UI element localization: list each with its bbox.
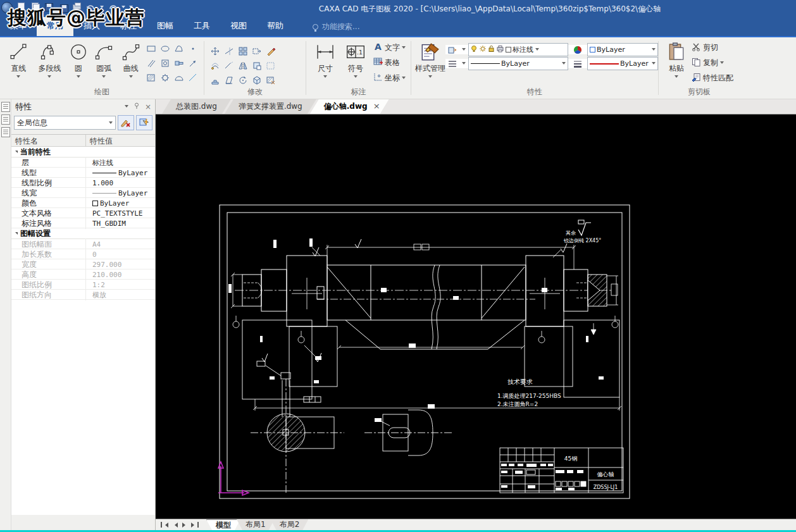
region-edit-icon[interactable] — [264, 73, 278, 87]
lineweight-dropdown[interactable]: ByLayer — [587, 57, 658, 70]
table-tool-button[interactable]: 表格 — [373, 55, 406, 70]
menu-tab-view[interactable]: 视图 — [220, 17, 257, 36]
stamp-icon[interactable] — [208, 73, 222, 87]
point-icon[interactable] — [186, 41, 200, 56]
panel-close-icon[interactable]: × — [145, 102, 151, 111]
color-wheel-icon[interactable] — [571, 42, 585, 57]
doc-tab-spring-support[interactable]: 弹簧支撑装置.dwg — [225, 99, 316, 114]
style-manager-button[interactable]: 样式管理 — [415, 40, 445, 80]
table-icon — [373, 57, 383, 69]
group-sheet-settings[interactable]: 图幅设置 — [11, 228, 155, 239]
mirror-icon[interactable] — [236, 58, 250, 73]
gear-icon[interactable] — [158, 70, 172, 85]
properties-tab-icon[interactable] — [1, 102, 10, 112]
construction-line-icon[interactable] — [186, 70, 200, 85]
drawing-canvas[interactable]: 其余 锐边倒钝 2X45° — [156, 114, 796, 519]
tab-layout1[interactable]: 布局1 — [237, 519, 275, 530]
scope-dropdown-caret — [109, 121, 113, 126]
circle-tool-button[interactable]: 圆 — [66, 40, 90, 80]
ucs-axes-icon — [218, 462, 249, 495]
color-box-swatch — [92, 201, 98, 206]
group-current-properties[interactable]: 当前特性 — [11, 147, 155, 158]
layout-tabbar: 模型 布局1 布局2 — [156, 519, 796, 530]
menu-tab-sheet[interactable]: 图幅 — [147, 17, 183, 36]
shear-icon[interactable] — [222, 73, 236, 87]
panel-pin-icon[interactable] — [134, 102, 140, 111]
tab-model[interactable]: 模型 — [206, 519, 240, 530]
move-icon[interactable] — [208, 44, 222, 58]
technical-requirements: 技术要求 1.调质处理217-255HBS 2.未注圆角R=2 — [497, 378, 561, 407]
trim-icon[interactable] — [222, 44, 236, 58]
color-dropdown[interactable]: ByLayer — [587, 43, 658, 56]
ribbon-section-modify: 修改 — [204, 37, 306, 99]
polyline-tool-button[interactable]: 多段线 — [33, 40, 66, 80]
copy-icon — [692, 57, 701, 69]
arrow-icon[interactable] — [186, 56, 200, 70]
last-tab-icon[interactable] — [190, 521, 200, 529]
search-placeholder: 功能搜索... — [322, 22, 359, 32]
layer-dropdown-caret — [535, 48, 539, 53]
symbol-tool-button[interactable]: .1 符号 — [340, 40, 371, 80]
bolt-icon[interactable] — [172, 56, 186, 70]
tab-layout2[interactable]: 布局2 — [271, 519, 309, 530]
layer-tab-icon[interactable] — [1, 127, 10, 137]
linetype-line-swatch — [92, 173, 116, 173]
scope-dropdown[interactable]: 全局信息 — [14, 116, 116, 130]
ribbon-section-properties: 样式管理 标注线 — [411, 37, 658, 99]
parallel-line-icon[interactable] — [144, 56, 158, 70]
tech-req-title: 技术要求 — [507, 378, 533, 385]
layer-freeze-icon — [479, 45, 487, 54]
dimension-tool-button[interactable]: 尺寸 — [310, 40, 340, 80]
layer-lock-icon — [488, 45, 495, 54]
line-tool-button[interactable]: 直线 — [4, 40, 33, 80]
stretch-icon[interactable] — [250, 44, 264, 58]
menu-tab-help[interactable]: 帮助 — [257, 17, 294, 36]
solid-box-icon[interactable] — [250, 73, 264, 87]
ellipse-icon[interactable] — [158, 41, 172, 56]
library-tab-icon[interactable] — [1, 114, 10, 125]
center-rect-icon[interactable] — [158, 56, 172, 70]
doc-tab-assembly[interactable]: 总装图.dwg — [162, 99, 231, 114]
prop-row-dim-style[interactable]: 标注风格 TH_GBDIM — [11, 218, 155, 228]
text-tool-button[interactable]: A 文字 — [373, 40, 406, 55]
edit-properties-button[interactable] — [118, 115, 134, 130]
doc-tab-eccentric-shaft[interactable]: 偏心轴.dwg× — [310, 99, 389, 114]
array-icon[interactable] — [236, 44, 250, 58]
break-icon[interactable] — [264, 58, 278, 73]
dimension-text — [228, 238, 604, 409]
layer-dropdown[interactable]: 标注线 — [468, 43, 568, 56]
hatch-icon[interactable] — [144, 70, 158, 85]
match-properties-button[interactable]: 特性匹配 — [692, 70, 733, 85]
offset-icon[interactable] — [208, 58, 222, 73]
lineweight-swatch — [590, 63, 619, 65]
arc-tool-button[interactable]: 圆弧 — [90, 40, 117, 80]
rectangle-icon[interactable] — [144, 41, 158, 56]
prop-row-orientation[interactable]: 图纸方向 横放 — [11, 290, 155, 300]
linetype-settings-icon[interactable] — [445, 56, 459, 71]
ribbon-section-draw: 直线 多段线 圆 圆弧 曲线 — [0, 37, 204, 99]
coordinate-tool-button[interactable]: 坐标 — [373, 70, 406, 85]
lineweight-settings-icon[interactable] — [571, 56, 585, 71]
close-tab-icon[interactable]: × — [373, 99, 380, 113]
panel-dropdown-icon[interactable] — [125, 102, 128, 111]
rotate-icon[interactable] — [236, 73, 250, 87]
extend-icon[interactable] — [222, 58, 236, 73]
paste-button[interactable]: 粘贴 — [662, 40, 690, 80]
next-tab-icon[interactable] — [180, 521, 190, 529]
corner-icon[interactable] — [250, 58, 264, 73]
contour-icon[interactable] — [172, 41, 186, 56]
finish-prefix-text: 其余 — [566, 230, 576, 236]
edit-pen-icon[interactable] — [264, 44, 278, 58]
linetype-dropdown[interactable]: ByLayer — [468, 57, 568, 70]
select-properties-button[interactable] — [136, 115, 152, 130]
copy-button[interactable]: 复制 — [692, 55, 733, 70]
col-header-value: 特性值 — [86, 135, 155, 146]
formula-curve-icon[interactable] — [172, 70, 186, 85]
layer-settings-icon[interactable] — [445, 42, 459, 57]
first-tab-icon[interactable] — [159, 521, 170, 529]
menu-tab-tools[interactable]: 工具 — [183, 17, 220, 36]
curve-tool-button[interactable]: 曲线 — [118, 40, 144, 80]
function-search[interactable]: 功能搜索... — [313, 22, 359, 32]
prev-tab-icon[interactable] — [170, 521, 180, 529]
cut-button[interactable]: 剪切 — [692, 40, 733, 55]
